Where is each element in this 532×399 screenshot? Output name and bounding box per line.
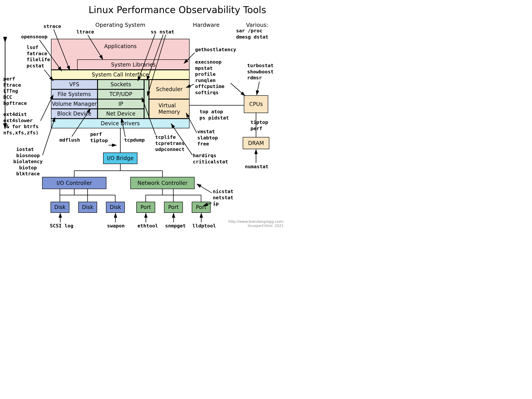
- page-title: Linux Performance Observability Tools: [66, 4, 288, 15]
- tool-perf-group: perf Ftrace LTTng BCC bpftrace: [3, 76, 27, 106]
- syslibs-box: System Libraries: [77, 59, 190, 70]
- various-label: Various:: [246, 22, 268, 28]
- tool-hardirqs-group: hardirqs criticalstat: [193, 152, 228, 165]
- tool-numastat: numastat: [245, 164, 268, 170]
- applications-label: Applications: [104, 43, 137, 50]
- tool-lldptool: lldptool: [192, 223, 216, 229]
- disk2-box: Disk: [78, 202, 97, 213]
- tool-perf-tiptop: perf tiptop: [90, 131, 108, 143]
- port3-box: Port: [192, 202, 211, 213]
- tool-turbostat-group: turbostat showboost rdmsr: [247, 63, 273, 81]
- disk3-box: Disk: [106, 202, 125, 213]
- hw-label: Hardware: [193, 22, 220, 28]
- svg-line-19: [231, 83, 245, 96]
- vfs-box: VFS: [51, 80, 98, 89]
- sockets-box: Sockets: [98, 80, 144, 89]
- syscall-box: System Call Interface: [51, 70, 190, 80]
- port2-box: Port: [164, 202, 183, 213]
- iobridge-box: I/O Bridge: [103, 152, 137, 164]
- netctrl-box: Network Controller: [130, 177, 195, 189]
- filesystems-box: File Systems: [51, 89, 98, 99]
- tool-ext4-group: ext4dist ext4slower (& for btrfs nfs,xfs…: [3, 111, 38, 136]
- arrow-overlay: [0, 0, 346, 257]
- tool-tiptop-perf: tiptop perf: [250, 119, 268, 132]
- tool-swapon: swapon: [107, 223, 125, 229]
- tool-scsilog: SCSI log: [50, 223, 73, 229]
- disk1-box: Disk: [51, 202, 69, 213]
- os-label: Operating System: [95, 22, 146, 28]
- tool-snmpget: snmpget: [165, 223, 186, 229]
- cpus-box: CPUs: [244, 95, 268, 113]
- drivers-box: Device Drivers: [51, 119, 190, 128]
- tool-lsof-group: lsof fatrace filelife pcstat: [27, 44, 50, 69]
- volmgr-box: Volume Manager: [51, 99, 98, 109]
- ip-box: IP: [98, 99, 144, 109]
- tool-top-group: top atop ps pidstat: [200, 109, 229, 121]
- tool-ethtool: ethtool: [137, 223, 158, 229]
- tool-tcpdump: tcpdump: [124, 137, 145, 143]
- netdev-box: Net Device: [98, 109, 144, 119]
- tool-iostat-group: iostat biosnoop biolatency biotop blktra…: [13, 146, 43, 177]
- dram-box: DRAM: [243, 137, 269, 149]
- blockdev-box: Block Device: [51, 109, 98, 119]
- tool-mdflush: mdflush: [59, 137, 80, 143]
- tool-opensnoop: opensnoop: [21, 34, 47, 40]
- svg-line-21: [197, 184, 212, 193]
- tool-vmstat-group: vmstat slabtop free: [197, 129, 218, 147]
- tool-tcplife-group: tcplife tcpretrans udpconnect: [155, 134, 184, 152]
- port1-box: Port: [136, 202, 155, 213]
- tool-strace: strace: [44, 23, 61, 30]
- tool-gethostlatency: gethostlatency: [195, 47, 236, 53]
- vmem-box: Virtual Memory: [149, 99, 190, 119]
- scheduler-box: Scheduler: [149, 80, 190, 99]
- tool-ltrace: ltrace: [76, 29, 94, 35]
- svg-line-18: [257, 82, 259, 95]
- tcpudp-box: TCP/UDP: [98, 89, 144, 99]
- ioctrl-box: I/O Controller: [42, 177, 106, 189]
- net-strip: [144, 80, 149, 119]
- tool-nicstat-group: nicstat netstat ip: [213, 188, 234, 207]
- tool-ss-nstat: ss nstat: [151, 29, 174, 35]
- footer-credit: http://www.brendangregg.com/ linuxperf.h…: [228, 219, 284, 228]
- tool-execsnoop-group: execsnoop mpstat profile runqlen offcput…: [195, 59, 224, 95]
- tool-various: sar /proc dmesg dstat: [236, 28, 268, 40]
